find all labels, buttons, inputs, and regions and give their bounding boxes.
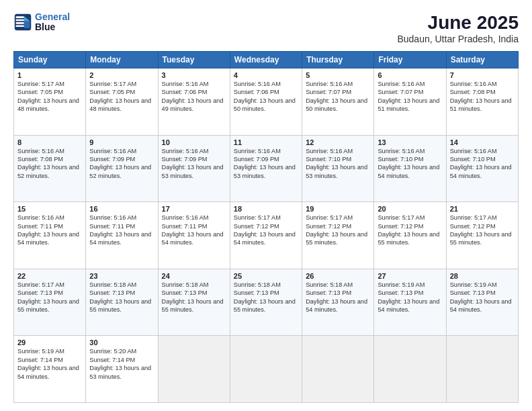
day-number: 9: [89, 138, 154, 146]
calendar-cell: 11Sunrise: 5:16 AMSunset: 7:09 PMDayligh…: [230, 135, 302, 202]
cell-info: Sunrise: 5:17 AMSunset: 7:13 PMDaylight:…: [17, 281, 82, 314]
calendar-cell: 8Sunrise: 5:16 AMSunset: 7:08 PMDaylight…: [14, 135, 86, 202]
day-number: 6: [378, 71, 442, 79]
day-number: 5: [306, 71, 370, 79]
calendar-cell: [230, 336, 302, 403]
day-number: 12: [306, 138, 370, 146]
cell-info: Sunrise: 5:16 AMSunset: 7:11 PMDaylight:…: [89, 214, 154, 247]
weekday-header-sunday: Sunday: [14, 52, 86, 68]
cell-info: Sunrise: 5:16 AMSunset: 7:08 PMDaylight:…: [450, 80, 515, 113]
calendar-cell: 5Sunrise: 5:16 AMSunset: 7:07 PMDaylight…: [302, 68, 374, 136]
cell-info: Sunrise: 5:16 AMSunset: 7:06 PMDaylight:…: [234, 80, 298, 113]
page: General Blue June 2025 Budaun, Uttar Pra…: [0, 0, 532, 411]
svg-rect-4: [16, 19, 24, 21]
calendar-week-2: 8Sunrise: 5:16 AMSunset: 7:08 PMDaylight…: [14, 135, 519, 202]
calendar-cell: 19Sunrise: 5:17 AMSunset: 7:12 PMDayligh…: [302, 202, 374, 269]
month-year: June 2025: [397, 12, 519, 34]
svg-rect-3: [16, 17, 24, 19]
calendar-cell: 26Sunrise: 5:18 AMSunset: 7:13 PMDayligh…: [302, 269, 374, 336]
cell-info: Sunrise: 5:18 AMSunset: 7:13 PMDaylight:…: [89, 281, 154, 314]
weekday-header-row: SundayMondayTuesdayWednesdayThursdayFrid…: [14, 52, 519, 68]
header: General Blue June 2025 Budaun, Uttar Pra…: [13, 12, 519, 44]
cell-info: Sunrise: 5:16 AMSunset: 7:09 PMDaylight:…: [234, 147, 298, 181]
calendar-cell: 24Sunrise: 5:18 AMSunset: 7:13 PMDayligh…: [158, 269, 230, 336]
cell-info: Sunrise: 5:16 AMSunset: 7:08 PMDaylight:…: [17, 147, 82, 181]
calendar-cell: 27Sunrise: 5:19 AMSunset: 7:13 PMDayligh…: [374, 269, 446, 336]
calendar-cell: 22Sunrise: 5:17 AMSunset: 7:13 PMDayligh…: [14, 269, 86, 336]
calendar-cell: 3Sunrise: 5:16 AMSunset: 7:06 PMDaylight…: [158, 68, 230, 136]
svg-rect-5: [16, 22, 24, 24]
calendar-cell: 17Sunrise: 5:16 AMSunset: 7:11 PMDayligh…: [158, 202, 230, 269]
cell-info: Sunrise: 5:16 AMSunset: 7:06 PMDaylight:…: [162, 80, 226, 113]
day-number: 24: [162, 272, 226, 280]
weekday-header-tuesday: Tuesday: [158, 52, 230, 68]
calendar-cell: 30Sunrise: 5:20 AMSunset: 7:14 PMDayligh…: [86, 336, 158, 403]
calendar-cell: 21Sunrise: 5:17 AMSunset: 7:12 PMDayligh…: [446, 202, 518, 269]
cell-info: Sunrise: 5:17 AMSunset: 7:05 PMDaylight:…: [89, 80, 154, 113]
day-number: 7: [450, 71, 515, 79]
calendar-cell: [374, 336, 446, 403]
calendar-week-4: 22Sunrise: 5:17 AMSunset: 7:13 PMDayligh…: [14, 269, 519, 336]
calendar-week-1: 1Sunrise: 5:17 AMSunset: 7:05 PMDaylight…: [14, 68, 519, 136]
day-number: 8: [17, 138, 82, 146]
logo-general: General: [35, 11, 70, 22]
day-number: 2: [89, 71, 154, 79]
weekday-header-friday: Friday: [374, 52, 446, 68]
cell-info: Sunrise: 5:17 AMSunset: 7:12 PMDaylight:…: [450, 214, 515, 247]
day-number: 19: [306, 205, 370, 213]
cell-info: Sunrise: 5:16 AMSunset: 7:11 PMDaylight:…: [162, 214, 226, 247]
calendar-cell: 9Sunrise: 5:16 AMSunset: 7:09 PMDaylight…: [86, 135, 158, 202]
calendar-cell: 18Sunrise: 5:17 AMSunset: 7:12 PMDayligh…: [230, 202, 302, 269]
day-number: 23: [89, 272, 154, 280]
day-number: 25: [234, 272, 298, 280]
cell-info: Sunrise: 5:16 AMSunset: 7:07 PMDaylight:…: [378, 80, 442, 113]
weekday-header-saturday: Saturday: [446, 52, 518, 68]
title-block: June 2025 Budaun, Uttar Pradesh, India: [397, 12, 519, 44]
weekday-header-thursday: Thursday: [302, 52, 374, 68]
cell-info: Sunrise: 5:17 AMSunset: 7:05 PMDaylight:…: [17, 80, 82, 113]
calendar-cell: 23Sunrise: 5:18 AMSunset: 7:13 PMDayligh…: [86, 269, 158, 336]
calendar-cell: 2Sunrise: 5:17 AMSunset: 7:05 PMDaylight…: [86, 68, 158, 136]
calendar-cell: 16Sunrise: 5:16 AMSunset: 7:11 PMDayligh…: [86, 202, 158, 269]
calendar-cell: 29Sunrise: 5:19 AMSunset: 7:14 PMDayligh…: [14, 336, 86, 403]
day-number: 4: [234, 71, 298, 79]
calendar-cell: 25Sunrise: 5:18 AMSunset: 7:13 PMDayligh…: [230, 269, 302, 336]
cell-info: Sunrise: 5:19 AMSunset: 7:14 PMDaylight:…: [17, 347, 82, 381]
cell-info: Sunrise: 5:16 AMSunset: 7:09 PMDaylight:…: [162, 147, 226, 181]
day-number: 30: [89, 338, 154, 347]
calendar-cell: 12Sunrise: 5:16 AMSunset: 7:10 PMDayligh…: [302, 135, 374, 202]
svg-rect-6: [16, 26, 24, 28]
cell-info: Sunrise: 5:17 AMSunset: 7:12 PMDaylight:…: [306, 214, 370, 247]
cell-info: Sunrise: 5:16 AMSunset: 7:07 PMDaylight:…: [306, 80, 370, 113]
cell-info: Sunrise: 5:16 AMSunset: 7:11 PMDaylight:…: [17, 214, 82, 247]
logo-text: General Blue: [35, 12, 70, 33]
day-number: 26: [306, 272, 370, 280]
day-number: 10: [162, 138, 226, 146]
cell-info: Sunrise: 5:16 AMSunset: 7:10 PMDaylight:…: [450, 147, 515, 181]
day-number: 17: [162, 205, 226, 213]
logo-icon: [13, 13, 32, 32]
day-number: 21: [450, 205, 515, 213]
calendar-cell: 28Sunrise: 5:19 AMSunset: 7:13 PMDayligh…: [446, 269, 518, 336]
day-number: 22: [17, 272, 82, 280]
day-number: 15: [17, 205, 82, 213]
day-number: 16: [89, 205, 154, 213]
calendar-cell: 13Sunrise: 5:16 AMSunset: 7:10 PMDayligh…: [374, 135, 446, 202]
cell-info: Sunrise: 5:18 AMSunset: 7:13 PMDaylight:…: [234, 281, 298, 314]
logo: General Blue: [13, 12, 70, 33]
logo-blue: Blue: [35, 22, 70, 32]
cell-info: Sunrise: 5:20 AMSunset: 7:14 PMDaylight:…: [89, 347, 154, 381]
cell-info: Sunrise: 5:16 AMSunset: 7:10 PMDaylight:…: [378, 147, 442, 181]
calendar-cell: [302, 336, 374, 403]
calendar-cell: 7Sunrise: 5:16 AMSunset: 7:08 PMDaylight…: [446, 68, 518, 136]
calendar-cell: 14Sunrise: 5:16 AMSunset: 7:10 PMDayligh…: [446, 135, 518, 202]
day-number: 20: [378, 205, 442, 213]
calendar-cell: 10Sunrise: 5:16 AMSunset: 7:09 PMDayligh…: [158, 135, 230, 202]
day-number: 29: [17, 338, 82, 347]
day-number: 18: [234, 205, 298, 213]
calendar-cell: 20Sunrise: 5:17 AMSunset: 7:12 PMDayligh…: [374, 202, 446, 269]
cell-info: Sunrise: 5:17 AMSunset: 7:12 PMDaylight:…: [378, 214, 442, 247]
cell-info: Sunrise: 5:19 AMSunset: 7:13 PMDaylight:…: [378, 281, 442, 314]
day-number: 13: [378, 138, 442, 146]
calendar-table: SundayMondayTuesdayWednesdayThursdayFrid…: [13, 51, 519, 403]
